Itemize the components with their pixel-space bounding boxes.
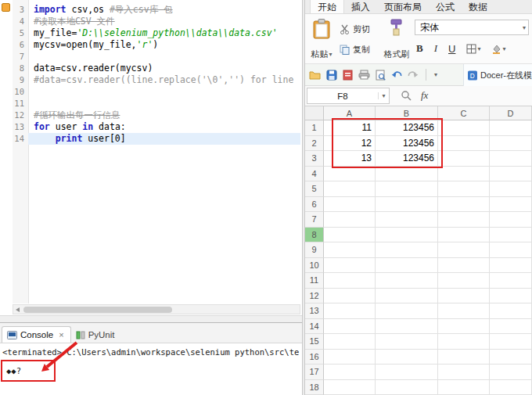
cell[interactable]	[324, 364, 376, 380]
row-header[interactable]: 4	[305, 167, 324, 182]
cell[interactable]	[324, 273, 376, 289]
cell-b3[interactable]: 123456	[376, 151, 438, 167]
scroll-left-arrow-icon[interactable]	[16, 307, 20, 312]
cell-b2[interactable]: 123456	[376, 136, 438, 152]
cell[interactable]	[376, 350, 438, 365]
cell[interactable]	[376, 167, 438, 182]
cell[interactable]	[324, 334, 376, 350]
close-icon[interactable]: ×	[59, 330, 63, 339]
cell[interactable]	[490, 289, 532, 304]
borders-button[interactable]: ▾	[466, 44, 480, 54]
ribbon-tab-formulas[interactable]: 公式	[429, 0, 462, 13]
cell-a3[interactable]: 13	[324, 151, 376, 167]
row-header[interactable]: 1	[305, 120, 324, 136]
open-file-icon[interactable]	[309, 70, 321, 80]
cell[interactable]	[490, 258, 532, 274]
cell[interactable]	[376, 380, 438, 395]
cell[interactable]	[490, 212, 532, 228]
cell[interactable]	[490, 120, 532, 136]
format-painter-button[interactable]: 格式刷	[382, 16, 412, 62]
cell[interactable]	[490, 228, 532, 243]
cell[interactable]	[490, 151, 532, 167]
tab-console[interactable]: Console ×	[2, 326, 71, 343]
cell[interactable]	[376, 242, 438, 258]
cell[interactable]	[324, 303, 376, 319]
code-line[interactable]: 10	[13, 86, 300, 98]
row-header[interactable]: 5	[305, 181, 324, 197]
chevron-down-icon[interactable]: ▾	[502, 45, 505, 52]
code-line[interactable]: 5 my_file='D:\\selenium_python\\data\\da…	[13, 27, 300, 39]
docer-online-templates-button[interactable]: D Docer-在线模	[463, 64, 532, 86]
column-header-b[interactable]: B	[376, 106, 438, 120]
chevron-down-icon[interactable]: ▾	[523, 24, 526, 31]
cell[interactable]	[490, 181, 532, 197]
row-header[interactable]: 3	[305, 151, 324, 167]
cell[interactable]	[438, 334, 490, 350]
annotation-ruler[interactable]	[0, 0, 13, 303]
cell[interactable]	[376, 181, 438, 197]
row-header[interactable]: 9	[305, 242, 324, 258]
print-preview-icon[interactable]	[376, 70, 386, 81]
row-header-selected[interactable]: 8	[305, 228, 324, 243]
cell[interactable]	[376, 334, 438, 350]
row-header[interactable]: 13	[305, 303, 324, 319]
cell[interactable]	[438, 212, 490, 228]
scrollbar-thumb[interactable]	[23, 307, 172, 313]
code-line[interactable]: 7	[13, 51, 300, 63]
row-header[interactable]: 16	[305, 350, 324, 365]
cell[interactable]	[376, 258, 438, 274]
cell[interactable]	[438, 167, 490, 182]
cell[interactable]	[438, 242, 490, 258]
console-output[interactable]: <terminated> C:\Users\admin\workspace\se…	[0, 343, 302, 395]
cell[interactable]	[490, 136, 532, 152]
column-header-c[interactable]: C	[438, 106, 490, 120]
chevron-down-icon[interactable]: ▾	[378, 92, 389, 99]
cell[interactable]	[438, 151, 490, 167]
row-header[interactable]: 12	[305, 289, 324, 304]
cell[interactable]	[438, 120, 490, 136]
cell[interactable]	[438, 197, 490, 213]
cell[interactable]	[324, 319, 376, 335]
row-header[interactable]: 15	[305, 334, 324, 350]
select-all-corner[interactable]	[305, 106, 324, 120]
print-icon[interactable]	[358, 70, 370, 80]
cell-name-box[interactable]: F8 ▾	[307, 88, 390, 104]
row-header[interactable]: 10	[305, 258, 324, 274]
cell[interactable]	[490, 167, 532, 182]
ribbon-tab-home[interactable]: 开始	[310, 0, 344, 13]
italic-button[interactable]: I	[434, 42, 437, 55]
cell[interactable]	[438, 350, 490, 365]
cell[interactable]	[438, 289, 490, 304]
cell[interactable]	[490, 303, 532, 319]
pane-splitter[interactable]	[0, 315, 302, 322]
cell[interactable]	[324, 228, 376, 243]
cell[interactable]	[490, 380, 532, 395]
cell[interactable]	[438, 303, 490, 319]
cell[interactable]	[438, 258, 490, 274]
code-line[interactable]: 3 import csv,os #导入csv库 包	[13, 4, 300, 16]
underline-button[interactable]: U	[448, 43, 455, 55]
row-header[interactable]: 6	[305, 197, 324, 213]
cell[interactable]	[438, 380, 490, 395]
cell[interactable]	[324, 197, 376, 213]
insert-function-button[interactable]: fx	[421, 89, 428, 102]
code-line[interactable]: 4 #读取本地CSV 文件	[13, 16, 300, 27]
cell[interactable]	[490, 273, 532, 289]
horizontal-scrollbar[interactable]	[13, 304, 300, 314]
code-line[interactable]: 6 mycsv=open(my_file,'r')	[13, 39, 300, 51]
cell[interactable]	[490, 334, 532, 350]
ribbon-tab-data[interactable]: 数据	[462, 0, 494, 13]
paste-button[interactable]: 粘贴▾	[307, 16, 336, 62]
cell[interactable]	[376, 364, 438, 380]
cell[interactable]	[376, 289, 438, 304]
cell[interactable]	[490, 319, 532, 335]
row-header[interactable]: 11	[305, 273, 324, 289]
cell[interactable]	[324, 350, 376, 365]
code-line[interactable]: 8 data=csv.reader(mycsv)	[13, 63, 300, 74]
cell[interactable]	[376, 228, 438, 243]
cell-a2[interactable]: 12	[324, 136, 376, 152]
cell[interactable]	[438, 319, 490, 335]
ribbon-tab-insert[interactable]: 插入	[344, 0, 377, 13]
column-header-a[interactable]: A	[324, 106, 376, 120]
cell[interactable]	[376, 212, 438, 228]
